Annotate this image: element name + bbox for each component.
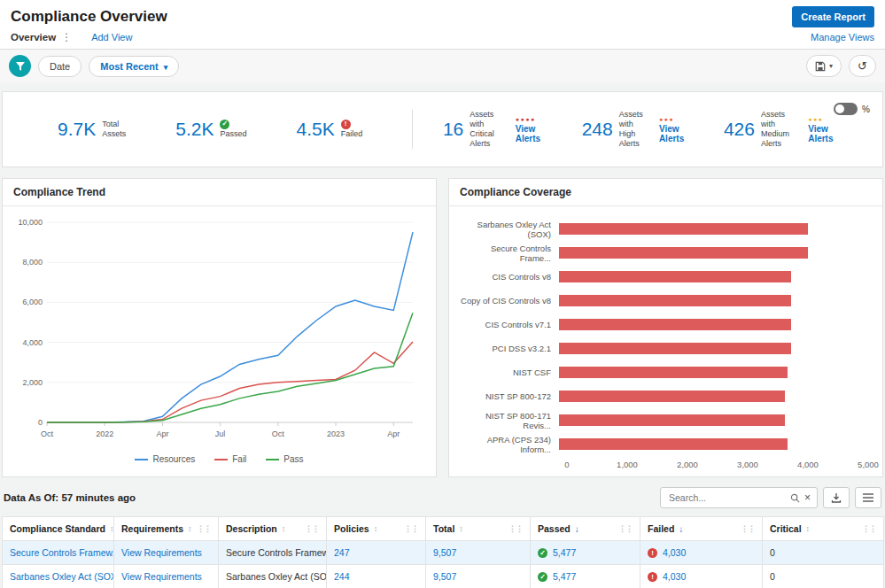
menu-icon (863, 493, 873, 502)
coverage-category-label: CIS Controls v7.1 (460, 320, 559, 329)
total-assets-value: 9.7K (58, 119, 96, 140)
coverage-bar[interactable] (559, 414, 785, 426)
column-grip-icon[interactable]: ⋮⋮ (508, 524, 523, 533)
view-requirements-link[interactable]: View Requirements (121, 571, 202, 582)
sort-icon[interactable]: ↕ (806, 524, 811, 533)
table-row: Secure Controls Framew...View Requiremen… (3, 541, 884, 565)
sort-icon[interactable]: ↕ (188, 524, 192, 533)
failed-exclamation-icon: ! (648, 572, 657, 582)
column-grip-icon[interactable]: ⋮⋮ (862, 524, 876, 533)
compliance-coverage-panel: Compliance Coverage Sarbanes Oxley Act (… (448, 178, 883, 477)
compliance-coverage-chart[interactable]: Sarbanes Oxley Act (SOX)Secure Controls … (449, 206, 882, 472)
filter-icon[interactable] (9, 55, 31, 77)
clear-search-icon[interactable]: × (804, 492, 811, 503)
tab-overview[interactable]: Overview (11, 32, 56, 43)
coverage-bar[interactable] (559, 223, 808, 235)
compliance-standard-link[interactable]: Secure Controls Framew... (10, 547, 114, 558)
cell-description: Secure Controls Framew... (219, 541, 327, 565)
column-header-description[interactable]: Description↕⋮⋮ (219, 517, 327, 541)
column-header-policies[interactable]: Policies↕⋮⋮ (327, 517, 426, 541)
compliance-table: Compliance Standard↕⋮⋮Requirements↕⋮⋮Des… (2, 516, 884, 588)
column-header-requirements[interactable]: Requirements↕⋮⋮ (114, 517, 219, 541)
column-header-compliance-standard[interactable]: Compliance Standard↕⋮⋮ (3, 517, 114, 541)
save-filter-button[interactable]: ▾ (806, 55, 842, 77)
sort-desc-icon[interactable]: ↓ (679, 524, 683, 534)
page-header: Compliance Overview Create Report (0, 0, 885, 31)
add-view-link[interactable]: Add View (91, 32, 132, 43)
column-grip-icon[interactable]: ⋮⋮ (741, 524, 755, 533)
coverage-bar-row: PCI DSS v3.2.1 (460, 337, 868, 360)
download-button[interactable] (823, 487, 850, 508)
critical-view-alerts-link[interactable]: View Alerts (516, 124, 547, 143)
percent-toggle[interactable] (834, 103, 858, 115)
coverage-bar[interactable] (559, 343, 791, 354)
coverage-category-label: APRA (CPS 234) Inform... (460, 435, 559, 454)
chevron-down-icon: ▾ (164, 63, 168, 72)
coverage-bar[interactable] (559, 247, 808, 259)
coverage-bar[interactable] (559, 319, 791, 330)
failed-exclamation-icon: ! (648, 548, 657, 558)
compliance-coverage-title: Compliance Coverage (449, 179, 882, 206)
column-grip-icon[interactable]: ⋮⋮ (618, 524, 633, 533)
funnel-icon (15, 61, 26, 72)
search-input[interactable] (667, 491, 786, 504)
sort-icon[interactable]: ↕ (110, 524, 114, 533)
failed-exclamation-icon: ! (341, 120, 351, 129)
coverage-bar[interactable] (559, 271, 791, 282)
view-tab-bar: Overview ⋮ Add View Manage Views (0, 31, 885, 50)
column-header-failed[interactable]: Failed↓⋮⋮ (640, 517, 763, 541)
date-filter-value-chip[interactable]: Most Recent▾ (89, 56, 179, 77)
passed-label: ✓ Passed (220, 120, 246, 139)
svg-text:Jul: Jul (215, 429, 226, 438)
coverage-bar[interactable] (559, 391, 785, 402)
coverage-category-label: NIST SP 800-171 Revis... (460, 411, 559, 430)
column-grip-icon[interactable]: ⋮⋮ (404, 524, 418, 533)
cell-requirements: View Requirements (114, 541, 219, 565)
legend-item-resources[interactable]: Resources (135, 454, 195, 464)
coverage-bar-row: CIS Controls v8 (460, 265, 868, 289)
coverage-bar[interactable] (559, 295, 791, 306)
sort-desc-icon[interactable]: ↓ (575, 524, 579, 534)
medium-alerts-label: Assets with Medium Alerts (761, 110, 793, 150)
coverage-category-label: CIS Controls v8 (460, 272, 559, 282)
coverage-category-label: Secure Controls Frame... (460, 244, 559, 263)
passed-check-icon: ✓ (538, 548, 547, 558)
create-report-button[interactable]: Create Report (792, 6, 874, 27)
tab-options-kebab-icon[interactable]: ⋮ (61, 31, 72, 43)
coverage-category-label: Copy of CIS Controls v8 (460, 296, 559, 306)
sort-icon[interactable]: ↕ (459, 524, 463, 533)
legend-item-fail[interactable]: Fail (214, 454, 246, 464)
coverage-bar[interactable] (559, 367, 788, 378)
total-assets-stat: 9.7K Total Assets (58, 119, 126, 140)
passed-check-icon: ✓ (538, 572, 547, 582)
svg-text:10,000: 10,000 (18, 218, 43, 227)
passed-stat: 5.2K ✓ Passed (175, 119, 246, 140)
table-menu-button[interactable] (855, 487, 881, 508)
column-grip-icon[interactable]: ⋮⋮ (197, 524, 211, 533)
column-header-critical[interactable]: Critical↕⋮⋮ (763, 517, 884, 541)
svg-text:Apr: Apr (156, 429, 168, 438)
sort-icon[interactable]: ↕ (282, 524, 286, 533)
column-header-passed[interactable]: Passed↓⋮⋮ (531, 517, 640, 541)
high-view-alerts-link[interactable]: View Alerts (659, 124, 688, 143)
coverage-bar-row: NIST SP 800-171 Revis... (460, 408, 868, 432)
compliance-trend-chart[interactable]: 02,0004,0006,0008,00010,000Oct2022AprJul… (10, 212, 422, 449)
sort-icon[interactable]: ↕ (374, 524, 378, 533)
column-grip-icon[interactable]: ⋮⋮ (305, 524, 319, 533)
coverage-category-label: NIST SP 800-172 (460, 391, 559, 401)
view-requirements-link[interactable]: View Requirements (121, 547, 202, 558)
manage-views-link[interactable]: Manage Views (811, 32, 874, 43)
date-filter-chip[interactable]: Date (38, 56, 82, 77)
compliance-trend-panel: Compliance Trend 02,0004,0006,0008,00010… (2, 178, 437, 477)
search-icon (790, 493, 800, 503)
column-header-total[interactable]: Total↕⋮⋮ (426, 517, 531, 541)
coverage-bar-row: NIST CSF (460, 360, 868, 384)
cell-passed: ✓5,477 (531, 565, 640, 588)
undo-icon: ↺ (858, 59, 867, 73)
reset-filters-button[interactable]: ↺ (849, 55, 876, 77)
total-assets-label: Total Assets (102, 120, 126, 140)
medium-view-alerts-link[interactable]: View Alerts (808, 124, 838, 143)
coverage-bar[interactable] (559, 438, 788, 450)
legend-item-pass[interactable]: Pass (266, 454, 303, 464)
compliance-standard-link[interactable]: Sarbanes Oxley Act (SOX) (10, 571, 114, 582)
